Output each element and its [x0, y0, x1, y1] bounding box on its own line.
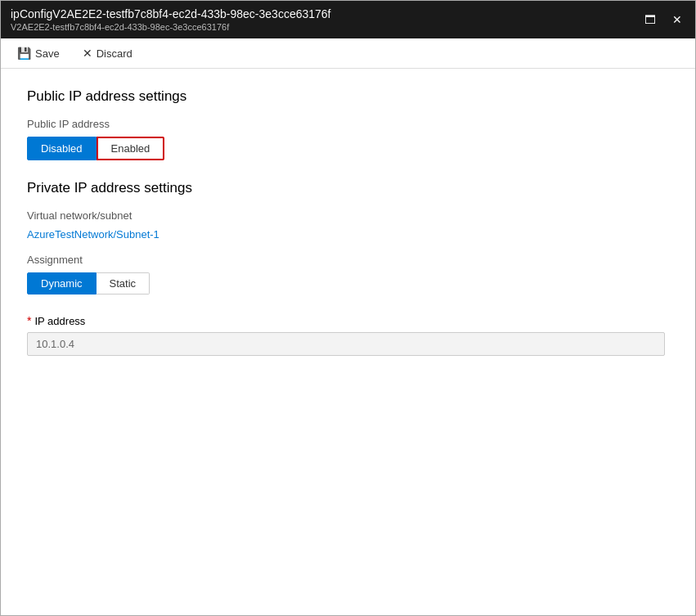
window-subtitle: V2AE2E2-testfb7c8bf4-ec2d-433b-98ec-3e3c…	[11, 22, 331, 32]
vnet-link[interactable]: AzureTestNetwork/Subnet-1	[27, 228, 669, 241]
discard-icon: ✕	[83, 47, 92, 60]
ip-address-input[interactable]	[27, 332, 665, 356]
public-ip-section-title: Public IP address settings	[27, 88, 669, 105]
vnet-label: Virtual network/subnet	[27, 209, 669, 222]
save-button[interactable]: 💾 Save	[14, 45, 63, 61]
assignment-label: Assignment	[27, 254, 669, 266]
public-ip-section: Public IP address settings Public IP add…	[27, 88, 669, 160]
ip-address-label: IP address	[34, 315, 85, 327]
assignment-toggle-group: Dynamic Static	[27, 272, 669, 295]
title-bar: ipConfigV2AE2E2-testfb7c8bf4-ec2d-433b-9…	[1, 1, 695, 38]
content-area: Public IP address settings Public IP add…	[1, 69, 695, 615]
enabled-toggle-button[interactable]: Enabled	[97, 137, 165, 160]
minimize-button[interactable]: 🗖	[641, 14, 659, 25]
title-bar-left: ipConfigV2AE2E2-testfb7c8bf4-ec2d-433b-9…	[11, 7, 331, 32]
save-label: Save	[35, 47, 60, 60]
discard-button[interactable]: ✕ Discard	[79, 45, 136, 61]
window-title: ipConfigV2AE2E2-testfb7c8bf4-ec2d-433b-9…	[11, 7, 331, 20]
main-window: ipConfigV2AE2E2-testfb7c8bf4-ec2d-433b-9…	[0, 0, 696, 616]
public-ip-field-label: Public IP address	[27, 118, 669, 130]
static-toggle-button[interactable]: Static	[97, 272, 150, 295]
save-icon: 💾	[17, 47, 31, 60]
window-controls: 🗖 ✕	[641, 14, 685, 25]
private-ip-section: Private IP address settings Virtual netw…	[27, 180, 669, 356]
ip-address-required-label: * IP address	[27, 314, 669, 327]
required-star: *	[27, 314, 31, 327]
dynamic-toggle-button[interactable]: Dynamic	[27, 272, 97, 295]
discard-label: Discard	[97, 47, 132, 60]
close-button[interactable]: ✕	[669, 14, 685, 25]
disabled-toggle-button[interactable]: Disabled	[27, 137, 97, 160]
toolbar: 💾 Save ✕ Discard	[1, 38, 695, 69]
private-ip-section-title: Private IP address settings	[27, 180, 669, 196]
public-ip-toggle-group: Disabled Enabled	[27, 137, 669, 160]
